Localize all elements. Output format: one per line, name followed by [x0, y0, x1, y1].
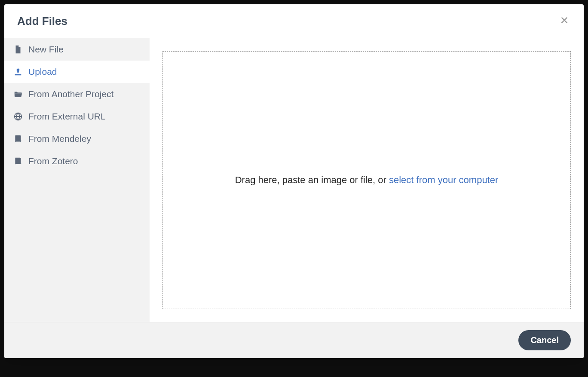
close-icon	[560, 15, 569, 28]
sidebar-item-from-another-project[interactable]: From Another Project	[4, 83, 150, 105]
close-button[interactable]	[558, 14, 571, 28]
add-files-modal: Add Files New File	[4, 4, 584, 358]
book-icon	[13, 134, 23, 144]
sidebar: New File Upload From A	[4, 38, 150, 322]
dropzone-text: Drag here, paste an image or file, or se…	[235, 175, 499, 186]
sidebar-item-new-file[interactable]: New File	[4, 38, 150, 61]
sidebar-item-from-mendeley[interactable]: From Mendeley	[4, 128, 150, 150]
select-from-computer-link[interactable]: select from your computer	[389, 175, 498, 185]
modal-footer: Cancel	[4, 322, 584, 358]
modal-header: Add Files	[4, 4, 584, 38]
modal-title: Add Files	[17, 15, 67, 28]
folder-open-icon	[13, 89, 23, 99]
sidebar-item-label: From Mendeley	[28, 134, 91, 144]
dropzone[interactable]: Drag here, paste an image or file, or se…	[162, 51, 571, 309]
sidebar-item-label: Upload	[28, 67, 57, 77]
modal-body: New File Upload From A	[4, 38, 584, 322]
globe-icon	[13, 112, 23, 121]
cancel-button[interactable]: Cancel	[518, 330, 571, 350]
sidebar-item-from-zotero[interactable]: From Zotero	[4, 150, 150, 172]
sidebar-item-label: New File	[28, 44, 64, 55]
sidebar-item-label: From Another Project	[28, 89, 113, 99]
dropzone-prefix: Drag here, paste an image or file, or	[235, 175, 389, 185]
sidebar-item-label: From External URL	[28, 111, 106, 122]
sidebar-item-from-external-url[interactable]: From External URL	[4, 105, 150, 128]
sidebar-item-label: From Zotero	[28, 156, 78, 166]
book-icon	[13, 156, 23, 166]
upload-panel: Drag here, paste an image or file, or se…	[150, 38, 584, 322]
sidebar-item-upload[interactable]: Upload	[4, 61, 150, 83]
file-icon	[13, 45, 23, 54]
svg-rect-2	[15, 74, 21, 76]
upload-icon	[13, 67, 23, 77]
